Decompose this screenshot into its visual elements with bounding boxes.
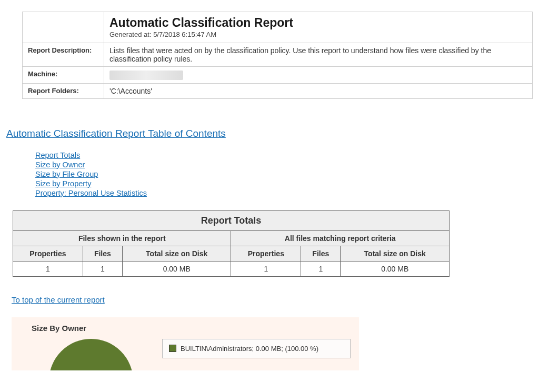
folders-label: Report Folders: [23, 83, 104, 98]
chart-title: Size By Owner [32, 324, 351, 333]
folders-value: 'C:\Accounts' [104, 83, 533, 98]
col-files-1: Files [83, 246, 122, 261]
totals-group-shown-header: Files shown in the report [13, 230, 231, 246]
toc-title-link[interactable]: Automatic Classification Report Table of… [6, 128, 226, 139]
toc-link-size-by-owner[interactable]: Size by Owner [35, 160, 85, 169]
toc-item: Size by Property [35, 179, 533, 188]
shown-files: 1 [83, 261, 122, 276]
report-title: Automatic Classification Report [109, 16, 527, 29]
pie-chart [49, 339, 133, 370]
report-info-table: Automatic Classification Report Generate… [22, 12, 533, 99]
description-value: Lists files that were acted on by the cl… [104, 43, 533, 67]
table-row: 1 1 0.00 MB 1 1 0.00 MB [13, 261, 450, 276]
col-properties-2: Properties [231, 246, 301, 261]
description-label: Report Description: [23, 43, 104, 67]
generated-value: 5/7/2018 6:15:47 AM [153, 31, 216, 38]
chart-legend: BUILTIN\Administrators; 0.00 MB; (100.00… [162, 339, 351, 358]
machine-redacted-value [109, 71, 183, 80]
shown-total-size: 0.00 MB [122, 261, 231, 276]
legend-entry-text: BUILTIN\Administrators; 0.00 MB; (100.00… [181, 345, 318, 353]
legend-swatch-icon [169, 345, 176, 352]
report-totals-table: Report Totals Files shown in the report … [13, 210, 450, 277]
generated-at-line: Generated at: 5/7/2018 6:15:47 AM [109, 31, 527, 38]
info-blank-cell [23, 12, 104, 43]
size-by-owner-chart: Size By Owner BUILTIN\Administrators; 0.… [12, 317, 359, 370]
all-properties: 1 [231, 261, 301, 276]
toc-link-report-totals[interactable]: Report Totals [35, 151, 80, 159]
totals-group-all-header: All files matching report criteria [231, 230, 450, 246]
machine-label: Machine: [23, 67, 104, 83]
toc-list: Report Totals Size by Owner Size by File… [6, 151, 533, 197]
pie-slice [49, 339, 133, 370]
info-title-cell: Automatic Classification Report Generate… [104, 12, 533, 43]
toc-item: Report Totals [35, 151, 533, 159]
to-top-link[interactable]: To top of the current report [12, 295, 105, 304]
chart-body: BUILTIN\Administrators; 0.00 MB; (100.00… [20, 339, 351, 370]
toc-item: Size by Owner [35, 160, 533, 169]
totals-section-title: Report Totals [13, 210, 450, 230]
all-files: 1 [301, 261, 341, 276]
col-total-size-1: Total size on Disk [122, 246, 231, 261]
toc-link-size-by-file-group[interactable]: Size by File Group [35, 170, 98, 178]
toc-link-size-by-property[interactable]: Size by Property [35, 179, 91, 188]
col-files-2: Files [301, 246, 341, 261]
shown-properties: 1 [13, 261, 83, 276]
generated-label: Generated at: [109, 31, 152, 38]
toc-link-property-personal-use[interactable]: Property: Personal Use Statistics [35, 189, 147, 197]
toc-item: Property: Personal Use Statistics [35, 189, 533, 197]
col-total-size-2: Total size on Disk [341, 246, 450, 261]
col-properties-1: Properties [13, 246, 83, 261]
machine-value-cell [104, 67, 533, 83]
all-total-size: 0.00 MB [341, 261, 450, 276]
toc-item: Size by File Group [35, 170, 533, 178]
